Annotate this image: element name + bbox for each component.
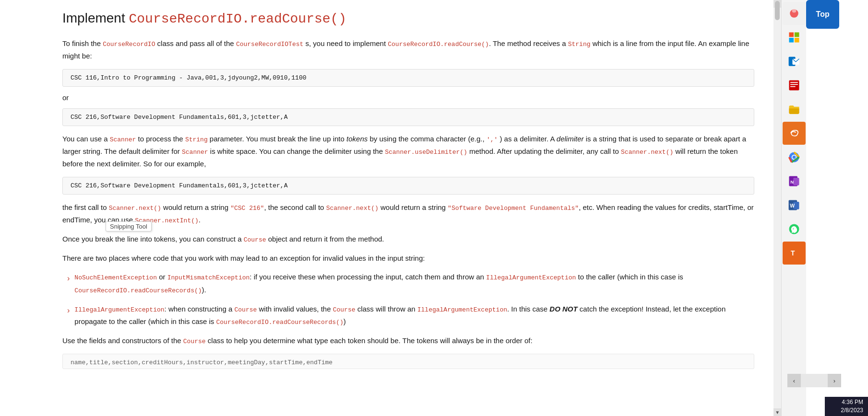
- code-block-4: name,title,section,creditHours,instructo…: [62, 354, 754, 369]
- bullet-list: › NoSuchElementException or InputMismatc…: [67, 271, 754, 327]
- files-icon: [787, 103, 801, 116]
- svg-rect-5: [795, 38, 799, 43]
- sidebar-icon-paint[interactable]: [783, 2, 806, 25]
- svg-rect-8: [789, 81, 799, 91]
- title-code: CourseRecordIO.readCourse(): [129, 12, 347, 26]
- title-plain: Implement: [62, 11, 129, 25]
- fields-paragraph: Use the fields and constructors of the C…: [62, 335, 754, 347]
- outlook-icon: [787, 55, 801, 68]
- page-title: Implement CourseRecordIO.readCourse(): [62, 10, 754, 28]
- sidebar-icon-outlook[interactable]: [783, 50, 806, 73]
- svg-point-15: [792, 156, 796, 159]
- svg-rect-2: [789, 33, 794, 37]
- nav-middle-area: [801, 374, 828, 387]
- read-icon: [787, 79, 801, 92]
- clock-date: 2/8/2023: [830, 406, 863, 415]
- exception-intro-paragraph: There are two places where code that you…: [62, 252, 754, 265]
- word-icon: W: [787, 198, 801, 212]
- sidebar-icon-edge[interactable]: [783, 122, 806, 145]
- sidebar-icon-files[interactable]: [783, 98, 806, 121]
- sidebar-icon-store[interactable]: [783, 26, 806, 49]
- svg-text:W: W: [790, 203, 795, 208]
- svg-point-1: [792, 9, 796, 12]
- code-block-3: CSC 216,Software Development Fundamental…: [62, 177, 754, 195]
- clock-area: 4:36 PM 2/8/2023: [825, 397, 868, 416]
- scrollbar-thumb[interactable]: [775, 1, 780, 20]
- nav-right-arrow[interactable]: ›: [828, 374, 841, 387]
- example-paragraph: the first call to Scanner.next() would r…: [62, 201, 754, 226]
- sidebar-icon-chrome[interactable]: [783, 146, 806, 169]
- chrome-icon: [787, 150, 801, 164]
- code-block-2: CSC 216,Software Development Fundamental…: [62, 108, 754, 126]
- nav-arrows-area: ‹ ›: [787, 374, 841, 387]
- list-item-2: › IllegalArgumentException: when constru…: [67, 303, 754, 328]
- store-icon: [787, 31, 801, 44]
- svg-rect-11: [790, 86, 796, 87]
- svg-rect-4: [789, 38, 794, 43]
- main-content: Implement CourseRecordIO.readCourse() To…: [0, 0, 773, 416]
- svg-text:N: N: [790, 179, 794, 185]
- nav-left-arrow[interactable]: ‹: [787, 374, 801, 387]
- right-sidebar: N W T: [781, 0, 806, 416]
- svg-rect-17: [793, 178, 799, 185]
- sidebar-icon-onenote[interactable]: N: [783, 170, 806, 193]
- or-text: or: [62, 93, 754, 102]
- scroll-down-arrow[interactable]: ▼: [773, 408, 781, 416]
- scanner-paragraph: You can use a Scanner to process the Str…: [62, 133, 754, 170]
- svg-rect-10: [790, 84, 798, 85]
- sidebar-icon-teams[interactable]: T: [783, 242, 806, 265]
- bullet-arrow-1: ›: [67, 272, 70, 285]
- clock-time: 4:36 PM: [830, 398, 863, 406]
- code-block-1: CSC 116,Intro to Programming - Java,001,…: [62, 69, 754, 87]
- svg-rect-3: [795, 33, 799, 37]
- sidebar-icon-read[interactable]: [783, 74, 806, 97]
- list-item-1: › NoSuchElementException or InputMismatc…: [67, 271, 754, 296]
- bullet-arrow-2: ›: [67, 304, 70, 317]
- whatsapp-icon: [787, 222, 801, 236]
- onenote-icon: N: [787, 174, 801, 188]
- sidebar-icon-whatsapp[interactable]: [783, 218, 806, 241]
- sidebar-icon-word[interactable]: W: [783, 194, 806, 217]
- intro-paragraph: To finish the CourseRecordIO class and p…: [62, 37, 754, 62]
- svg-text:T: T: [791, 249, 795, 257]
- scrollbar[interactable]: ▲ ▼: [773, 0, 781, 416]
- svg-rect-9: [790, 82, 798, 83]
- edge-icon: [787, 127, 801, 140]
- top-button[interactable]: Top: [806, 0, 839, 29]
- paint-icon: [787, 7, 801, 20]
- teams-icon: T: [787, 246, 801, 260]
- construct-paragraph: Once you break the line into tokens, you…: [62, 233, 754, 245]
